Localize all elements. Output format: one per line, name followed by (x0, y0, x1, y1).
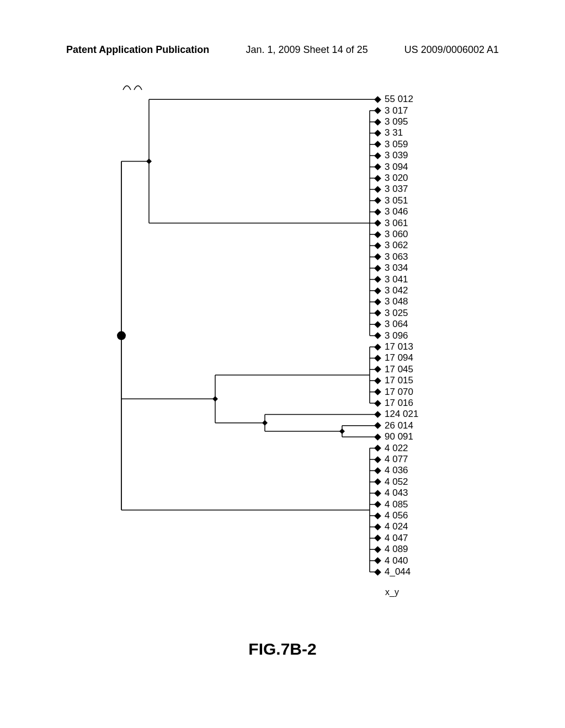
tree-leaf: 4 089 (375, 544, 408, 555)
leaf-label: 17 045 (385, 364, 413, 375)
header-mid: Jan. 1, 2009 Sheet 14 of 25 (246, 44, 368, 56)
tree-leaf: 4 047 (375, 533, 408, 544)
page-header: Patent Application Publication Jan. 1, 2… (0, 44, 565, 56)
leaf-label: 3 064 (385, 319, 408, 330)
figure-label: FIG.7B-2 (0, 640, 565, 659)
tree-leaf: 3 034 (375, 263, 408, 274)
leaf-label: 17 015 (385, 375, 413, 386)
tree-leaf: 17 045 (375, 364, 413, 375)
tree-leaf: 3 020 (375, 173, 408, 184)
leaf-label: 17 016 (385, 398, 413, 409)
tree-leaf: 17 013 (375, 341, 413, 352)
tree-leaf: 3 039 (375, 150, 408, 161)
leaf-label: 3 062 (385, 240, 408, 251)
leaf-marker-icon (374, 456, 381, 463)
leaf-marker-icon (374, 332, 381, 339)
leaf-label: 124 021 (385, 409, 418, 420)
tree-leaf: 17 094 (375, 352, 413, 363)
leaf-label: 3 048 (385, 296, 408, 307)
tree-leaf: 3 048 (375, 296, 408, 307)
leaf-marker-icon (374, 287, 381, 295)
tree-leaf: 3 025 (375, 308, 408, 319)
tree-leaf: 4 085 (375, 499, 408, 510)
leaf-marker-icon (374, 400, 381, 407)
tree-leaf: 26 014 (375, 420, 413, 431)
leaf-marker-icon (374, 242, 381, 249)
tree-leaf: 4_044 (375, 566, 411, 577)
leaf-marker-icon (374, 512, 381, 520)
leaf-label: 3 094 (385, 162, 408, 173)
tree-leaf: 3 095 (375, 116, 408, 127)
header-right: US 2009/0006002 A1 (404, 44, 499, 56)
leaf-label: 4 077 (385, 454, 408, 465)
tree-leaf: 55 012 (375, 94, 413, 105)
leaf-marker-icon (374, 344, 381, 351)
leaf-marker-icon (374, 309, 381, 317)
tree-leaf: 3 037 (375, 184, 408, 195)
leaf-label: 3 051 (385, 195, 408, 206)
leaf-marker-icon (374, 220, 381, 227)
leaf-marker-icon (374, 523, 381, 531)
leaf-label: 4 089 (385, 544, 408, 555)
leaf-label: 3 096 (385, 330, 408, 341)
leaf-marker-icon (374, 163, 381, 170)
tree-leaf: 3 046 (375, 206, 408, 217)
leaf-label: 4 040 (385, 555, 408, 566)
leaf-marker-icon (374, 321, 381, 328)
leaf-label: 4 036 (385, 465, 408, 476)
leaf-label: 3 041 (385, 274, 408, 285)
svg-point-62 (117, 331, 126, 340)
tree-leaf: 4 077 (375, 454, 408, 465)
leaf-label: 4 056 (385, 510, 408, 521)
leaf-label: 3 020 (385, 173, 408, 184)
leaf-label: 3 039 (385, 150, 408, 161)
leaf-marker-icon (374, 355, 381, 362)
tree-leaf: 3 064 (375, 319, 408, 330)
leaf-marker-icon (374, 119, 381, 126)
leaf-label: 3 042 (385, 285, 408, 296)
tree-leaf: 4 036 (375, 465, 408, 476)
tree-leaf: 17 015 (375, 375, 413, 386)
tree-leaf: 3 096 (375, 330, 408, 341)
leaf-marker-icon (374, 366, 381, 373)
leaf-label: 90 091 (385, 431, 413, 442)
tree-leaf: 90 091 (375, 431, 413, 442)
tree-leaf: 3 061 (375, 218, 408, 229)
tree-leaf: 3 051 (375, 195, 408, 206)
leaf-marker-icon (374, 569, 381, 576)
tree-leaf: 3 062 (375, 240, 408, 251)
header-left: Patent Application Publication (66, 44, 209, 56)
leaf-marker-icon (374, 130, 381, 137)
leaf-label: 3 059 (385, 139, 408, 150)
tree-leaf: 3 060 (375, 229, 408, 240)
leaf-marker-icon (374, 478, 381, 485)
leaf-label: 3 060 (385, 229, 408, 240)
leaf-marker-icon (374, 186, 381, 193)
tree-leaf: 4 043 (375, 488, 408, 499)
leaf-marker-icon (374, 208, 381, 216)
leaf-label: 55 012 (385, 94, 413, 105)
leaf-label: 4_044 (385, 566, 411, 577)
tree-leaf: 124 021 (375, 409, 418, 420)
tree-leaf: 3 059 (375, 139, 408, 150)
tree-leaf: 3 041 (375, 274, 408, 285)
tree-leaf: 3 063 (375, 251, 408, 263)
leaf-label: 3 095 (385, 116, 408, 127)
tree-leaf: 3 31 (375, 127, 403, 138)
leaf-label: 3 31 (385, 127, 403, 138)
leaf-label: 4 047 (385, 533, 408, 544)
leaf-label: 17 013 (385, 341, 413, 352)
leaf-marker-icon (374, 501, 381, 508)
leaf-marker-icon (374, 433, 381, 441)
leaf-marker-icon (374, 534, 381, 542)
leaf-marker-icon (374, 107, 381, 114)
leaf-marker-icon (374, 152, 381, 159)
leaf-label: 4 024 (385, 521, 408, 532)
leaf-marker-icon (374, 467, 381, 474)
tree-leaf: 4 052 (375, 477, 408, 488)
tree-leaf: 17 070 (375, 387, 413, 398)
leaf-label: 4 085 (385, 499, 408, 510)
leaf-label: 26 014 (385, 420, 413, 431)
leaf-marker-icon (374, 445, 381, 452)
xy-label: x_y (385, 587, 399, 597)
